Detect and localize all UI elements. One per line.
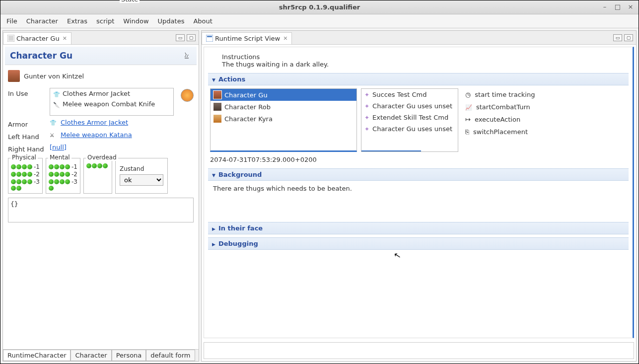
section-in-their-face-header[interactable]: In their face (208, 222, 629, 234)
character-avatar (8, 70, 20, 82)
menu-about[interactable]: About (193, 17, 212, 25)
switch-placement-button[interactable]: switchPlacement (462, 126, 562, 138)
window-controls: – □ × (601, 2, 635, 10)
chevron-down-icon (212, 171, 215, 178)
menu-updates[interactable]: Updates (158, 17, 185, 25)
in-use-list[interactable]: Clothes Armor Jacket Melee weapon Combat… (50, 88, 174, 116)
action-round-button[interactable] (181, 89, 194, 102)
knife-icon (53, 101, 60, 108)
button-label: switchPlacement (473, 128, 528, 136)
character-icon (213, 103, 221, 111)
menu-script[interactable]: script (96, 17, 114, 25)
left-hand-link[interactable]: Melee weapon Katana (61, 131, 132, 139)
character-body: Gunter von Kintzel In Use Clothes Armor … (3, 67, 199, 349)
minimize-button[interactable]: – (601, 2, 609, 10)
list-item[interactable]: Character Kyra (211, 113, 356, 125)
close-icon[interactable]: ✕ (63, 35, 67, 42)
list-item[interactable]: Clothes Armor Jacket (50, 88, 173, 99)
state-box: State Zustand ok (115, 158, 168, 194)
list-item-label: Succes Test Cmd (372, 91, 426, 98)
command-icon (364, 114, 369, 121)
character-title: Character Gu (10, 51, 72, 61)
menu-character[interactable]: Character (26, 17, 58, 25)
list-item[interactable]: Character Gu (211, 89, 356, 101)
tab-persona[interactable]: Persona (112, 350, 146, 361)
section-background-header[interactable]: Background (208, 168, 629, 181)
panel-minimize-button[interactable]: ▭ (613, 34, 622, 41)
panel-minimize-button[interactable]: ▭ (176, 34, 185, 41)
stats-row: Physical -1 -2 -3 Mental -1 -2 (8, 158, 194, 194)
tab-runtime-script-view[interactable]: Runtime Script View ✕ (202, 32, 292, 44)
label-armor: Armor (8, 119, 46, 128)
timestamp: 2074-07-31T07:53:29.000+0200 (208, 155, 629, 168)
list-item-label: Character Gu uses unset (372, 102, 452, 110)
command-list[interactable]: Succes Test Cmd Character Gu uses unset … (361, 88, 458, 152)
panel-maximize-button[interactable]: ▢ (624, 34, 633, 41)
character-name: Gunter von Kintzel (24, 73, 84, 80)
character-icon (213, 115, 221, 123)
section-title: Debugging (218, 240, 258, 247)
left-tab-row: Character Gu ✕ ▭ ▢ (3, 31, 199, 45)
physical-stat-box: Physical -1 -2 -3 (8, 158, 43, 194)
menubar: File Character Extras script Window Upda… (0, 14, 639, 28)
list-item-label: Clothes Armor Jacket (63, 90, 130, 97)
list-item[interactable]: Character Rob (211, 101, 356, 113)
brace-textarea[interactable]: {} (8, 198, 194, 222)
section-title: Actions (218, 75, 245, 83)
close-button[interactable]: × (627, 2, 635, 10)
list-item-label: Character Gu uses unset (372, 125, 452, 133)
list-item[interactable]: Succes Test Cmd (361, 89, 458, 100)
runtime-script-body: Instructions The thugs waiting in a dark… (204, 47, 634, 338)
tab-label: Character Gu (16, 35, 60, 42)
window-title: shr5rcp 0.1.9.qualifier (279, 3, 360, 11)
character-name-row: Gunter von Kintzel (8, 70, 194, 82)
panel-maximize-button[interactable]: ▢ (187, 34, 196, 41)
command-icon (364, 102, 369, 110)
mental-stat-box: Mental -1 -2 -3 (46, 158, 80, 194)
tab-character[interactable]: Character (71, 350, 111, 361)
menu-window[interactable]: Window (123, 17, 148, 25)
character-view-panel: Character Gu ✕ ▭ ▢ Character Gu Gunte (2, 30, 199, 362)
combat-icon (465, 103, 472, 111)
list-item[interactable]: Extendet Skill Test Cmd (361, 112, 458, 123)
tab-character-gu[interactable]: Character Gu ✕ (3, 32, 71, 44)
instructions-title: Instructions (222, 53, 627, 61)
label-left-hand: Left Hand (8, 131, 46, 141)
command-icon (364, 91, 369, 98)
list-item-label: Melee weapon Combat Knife (63, 100, 155, 108)
menu-file[interactable]: File (6, 17, 17, 25)
switch-icon (465, 128, 469, 136)
section-debugging-header[interactable]: Debugging (208, 237, 629, 250)
command-icon (364, 125, 369, 133)
java-icon[interactable] (182, 51, 192, 61)
chevron-down-icon (212, 75, 215, 83)
execute-icon (465, 116, 471, 123)
button-label: executeAction (475, 116, 520, 123)
close-icon[interactable]: ✕ (283, 35, 287, 42)
execute-action-button[interactable]: executeAction (462, 113, 562, 126)
section-actions-header[interactable]: Actions (208, 73, 629, 85)
chevron-right-icon (212, 240, 215, 247)
list-item[interactable]: Melee weapon Combat Knife (50, 99, 173, 109)
start-time-tracking-button[interactable]: start time tracking (462, 88, 562, 101)
app-window: shr5rcp 0.1.9.qualifier – □ × File Chara… (0, 0, 639, 364)
brace-content: {} (10, 200, 18, 208)
list-item-label: Extendet Skill Test Cmd (372, 114, 448, 121)
maximize-button[interactable]: □ (614, 2, 622, 10)
tab-runtime-character[interactable]: RuntimeCharacter (3, 350, 71, 361)
list-item[interactable]: Character Gu uses unset (361, 100, 458, 112)
right-hand-link[interactable]: [null] (50, 144, 67, 151)
character-list[interactable]: Character Gu Character Rob Character Kyr… (210, 88, 357, 152)
start-combat-turn-button[interactable]: startCombatTurn (462, 101, 562, 113)
state-select[interactable]: ok (120, 174, 163, 186)
list-item[interactable]: Character Gu uses unset (361, 123, 458, 135)
chevron-right-icon (212, 224, 215, 232)
bottom-tabs: RuntimeCharacter Character Persona defau… (3, 349, 199, 361)
clock-icon (465, 91, 471, 98)
content-area: Character Gu ✕ ▭ ▢ Character Gu Gunte (0, 28, 639, 364)
tab-default-form[interactable]: default form (146, 350, 195, 361)
runtime-script-view-panel: Runtime Script View ✕ ▭ ▢ Instructions T… (201, 30, 637, 362)
list-item-label: Character Gu (224, 91, 268, 99)
menu-extras[interactable]: Extras (67, 17, 87, 25)
armor-link[interactable]: Clothes Armor Jacket (61, 119, 128, 126)
